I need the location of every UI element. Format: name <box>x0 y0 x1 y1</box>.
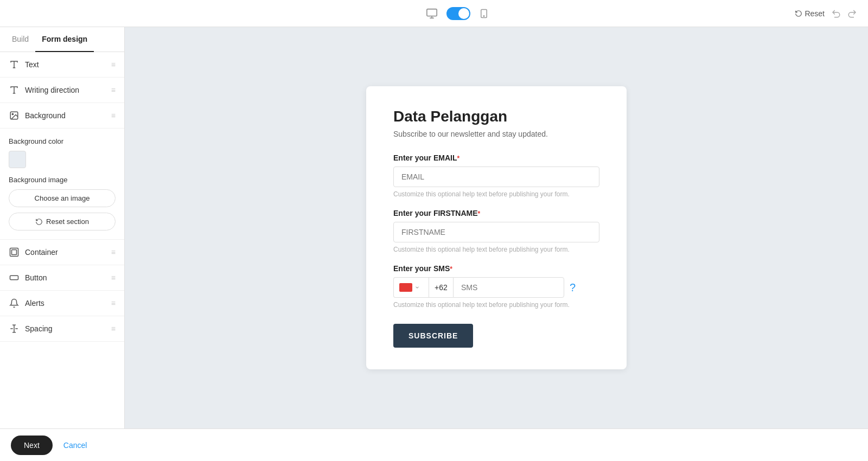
color-swatch[interactable] <box>9 151 26 168</box>
firstname-help: Customize this optional help text before… <box>393 246 599 253</box>
sms-label: Enter your SMS* <box>393 264 599 273</box>
sidebar-item-container[interactable]: Container ≡ <box>0 240 124 265</box>
firstname-group: Enter your FIRSTNAME* Customize this opt… <box>393 209 599 253</box>
container-icon <box>9 247 20 258</box>
reset-button[interactable]: Reset <box>795 9 825 18</box>
writing-direction-icon <box>9 85 20 95</box>
desktop-icon[interactable] <box>426 7 438 19</box>
top-bar-actions: Reset <box>795 8 857 19</box>
country-code: +62 <box>429 277 453 298</box>
drag-handle-alerts: ≡ <box>111 299 116 308</box>
background-color-label: Background color <box>9 137 116 145</box>
tab-form-design[interactable]: Form design <box>35 27 94 52</box>
content-area: Data Pelanggan Subscribe to our newslett… <box>125 27 868 428</box>
firstname-input[interactable] <box>393 222 599 242</box>
choose-image-button[interactable]: Choose an image <box>9 189 116 207</box>
subscribe-button[interactable]: SUBSCRIBE <box>393 324 473 348</box>
sidebar-item-writing-direction[interactable]: Writing direction ≡ <box>0 78 124 103</box>
background-color-section: Background color Background image Choose… <box>0 129 124 240</box>
drag-handle-writing: ≡ <box>111 86 116 94</box>
svg-point-2 <box>483 15 484 16</box>
firstname-label: Enter your FIRSTNAME* <box>393 209 599 217</box>
next-button[interactable]: Next <box>11 436 53 455</box>
drag-handle-container: ≡ <box>111 248 116 257</box>
cancel-button[interactable]: Cancel <box>63 441 87 450</box>
svg-rect-0 <box>427 9 437 16</box>
button-icon <box>9 272 20 283</box>
email-label: Enter your EMAIL* <box>393 153 599 162</box>
sidebar-tabs: Build Form design <box>0 27 124 52</box>
tab-build[interactable]: Build <box>5 27 35 52</box>
country-select[interactable] <box>393 277 429 298</box>
main-layout: Build Form design Text ≡ <box>0 27 868 428</box>
email-group: Enter your EMAIL* Customize this optiona… <box>393 153 599 198</box>
spacing-icon <box>9 323 20 334</box>
sms-group: Enter your SMS* +62 ? Customize this opt… <box>393 264 599 309</box>
sidebar-section-main: Text ≡ Writing direction ≡ <box>0 52 124 129</box>
svg-rect-11 <box>10 276 18 280</box>
sidebar-item-spacing[interactable]: Spacing ≡ <box>0 316 124 342</box>
alerts-icon <box>9 298 20 309</box>
svg-rect-10 <box>12 250 17 255</box>
undo-button[interactable] <box>831 8 841 19</box>
device-switcher <box>426 7 489 20</box>
reset-section-button[interactable]: Reset section <box>9 213 116 230</box>
drag-handle-background: ≡ <box>111 111 116 120</box>
redo-button[interactable] <box>847 8 857 19</box>
sms-input-row: +62 <box>393 277 564 298</box>
sms-input[interactable] <box>453 277 564 298</box>
form-subtitle: Subscribe to our newsletter and stay upd… <box>393 130 599 138</box>
sidebar-item-text[interactable]: Text ≡ <box>0 52 124 78</box>
flag-icon <box>399 283 412 292</box>
background-image-label: Background image <box>9 176 116 184</box>
drag-handle-text: ≡ <box>111 60 116 69</box>
mobile-icon[interactable] <box>479 7 489 19</box>
sidebar-item-button[interactable]: Button ≡ <box>0 265 124 291</box>
sms-help: Customize this optional help text before… <box>393 301 599 309</box>
top-bar: Reset <box>0 0 868 27</box>
sms-help-icon[interactable]: ? <box>570 281 576 294</box>
email-input[interactable] <box>393 167 599 187</box>
background-icon <box>9 110 20 121</box>
dropdown-arrow-icon <box>414 285 420 290</box>
sidebar-item-background[interactable]: Background ≡ <box>0 103 124 129</box>
drag-handle-button: ≡ <box>111 273 116 282</box>
drag-handle-spacing: ≡ <box>111 324 116 333</box>
sidebar-item-alerts[interactable]: Alerts ≡ <box>0 291 124 316</box>
bottom-bar: Next Cancel <box>0 428 868 461</box>
form-card: Data Pelanggan Subscribe to our newslett… <box>366 86 627 369</box>
svg-point-8 <box>12 113 13 114</box>
sidebar-section-bottom: Container ≡ Button ≡ <box>0 240 124 342</box>
sidebar: Build Form design Text ≡ <box>0 27 125 428</box>
form-title: Data Pelanggan <box>393 108 599 125</box>
text-icon <box>9 59 20 70</box>
device-toggle[interactable] <box>446 7 470 20</box>
email-help: Customize this optional help text before… <box>393 190 599 198</box>
